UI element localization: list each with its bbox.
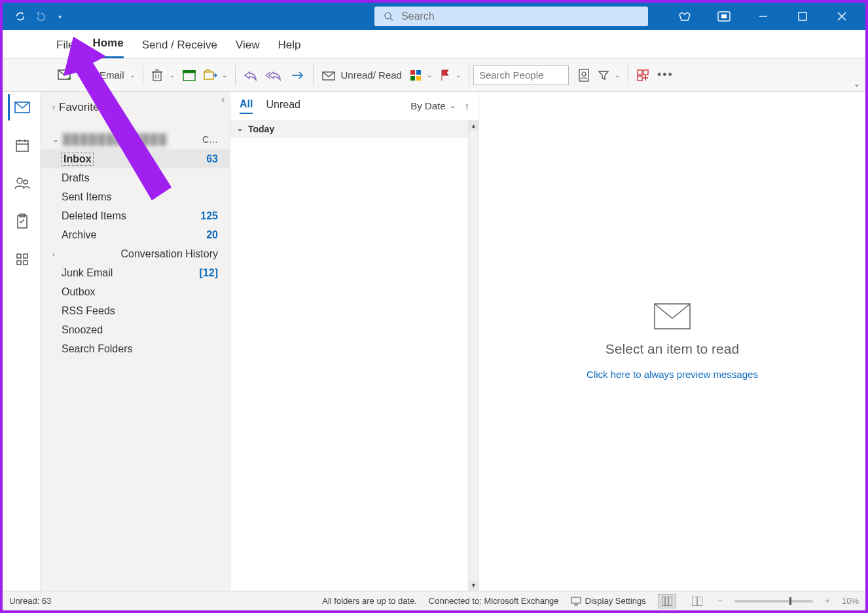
more-commands-button[interactable]: ••• xyxy=(653,64,678,87)
ribbon-collapse-icon[interactable]: ⌄ xyxy=(854,79,860,88)
folder-sent-items[interactable]: Sent Items xyxy=(41,187,230,206)
reply-button[interactable] xyxy=(240,64,262,87)
qat-dropdown-icon[interactable]: ▾ xyxy=(54,10,65,22)
svg-rect-22 xyxy=(416,76,421,81)
archive-button[interactable] xyxy=(179,64,200,87)
svg-point-35 xyxy=(17,178,22,183)
reply-all-button[interactable] xyxy=(262,64,287,87)
msglist-scrollbar[interactable]: ▲ ▼ xyxy=(468,121,479,591)
sync-icon[interactable] xyxy=(14,10,26,22)
new-email-button[interactable]: + Email ⌄ xyxy=(54,64,139,87)
zoom-level: 10% xyxy=(842,596,859,606)
folder-count: [12] xyxy=(200,267,218,279)
minimize-button[interactable] xyxy=(753,6,774,27)
msglist-group-today[interactable]: ⌄ Today xyxy=(230,121,479,138)
svg-rect-31 xyxy=(16,141,28,151)
global-search[interactable] xyxy=(374,7,648,26)
group-label: Today xyxy=(248,124,274,134)
addins-button[interactable] xyxy=(632,64,653,87)
favorites-label: Favorites xyxy=(59,101,105,114)
address-book-button[interactable] xyxy=(574,64,594,87)
reading-empty-headline: Select an item to read xyxy=(606,341,739,357)
tab-file[interactable]: File xyxy=(56,33,74,58)
scroll-down-icon[interactable]: ▼ xyxy=(469,580,479,591)
display-settings-button[interactable]: Display Settings xyxy=(571,596,646,606)
tab-help[interactable]: Help xyxy=(278,33,300,58)
svg-point-24 xyxy=(582,72,586,76)
search-people[interactable] xyxy=(473,65,569,85)
collapse-folder-pane-icon[interactable]: ‹ xyxy=(221,94,225,105)
rail-more[interactable] xyxy=(8,246,35,272)
rail-mail[interactable] xyxy=(8,94,35,121)
chevron-down-icon[interactable]: ⌄ xyxy=(450,102,456,110)
undo-icon[interactable] xyxy=(34,10,46,22)
svg-rect-3 xyxy=(721,14,727,18)
folder-label: Archive xyxy=(62,229,96,241)
svg-rect-5 xyxy=(799,12,806,20)
categorize-button[interactable]: ⌄ xyxy=(406,64,436,87)
favorites-header[interactable]: › Favorites xyxy=(41,92,230,118)
maximize-button[interactable] xyxy=(792,6,813,27)
rail-people[interactable] xyxy=(8,170,35,196)
flag-button[interactable]: ⌄ xyxy=(436,64,465,87)
svg-rect-21 xyxy=(410,76,415,81)
svg-rect-40 xyxy=(24,254,27,258)
folder-drafts[interactable]: Drafts xyxy=(41,168,230,187)
folder-label: Conversation History xyxy=(121,248,219,260)
tab-send-receive[interactable]: Send / Receive xyxy=(142,33,217,58)
msglist-tab-unread[interactable]: Unread xyxy=(266,99,300,113)
sort-direction-icon[interactable]: ↑ xyxy=(465,100,470,111)
svg-rect-25 xyxy=(638,70,642,75)
status-connection: Connected to: Microsoft Exchange xyxy=(429,596,559,606)
search-input[interactable] xyxy=(401,10,639,22)
premium-icon[interactable] xyxy=(674,6,695,27)
search-people-input[interactable] xyxy=(479,69,563,81)
svg-text:+: + xyxy=(67,74,71,81)
svg-rect-23 xyxy=(579,69,588,81)
account-suffix: C… xyxy=(202,134,218,145)
filter-button[interactable]: ⌄ xyxy=(594,64,624,87)
folder-deleted-items[interactable]: Deleted Items125 xyxy=(41,206,230,225)
close-button[interactable] xyxy=(831,6,852,27)
folder-archive[interactable]: Archive20 xyxy=(41,225,230,244)
coming-soon-icon[interactable] xyxy=(714,6,734,27)
reading-pane: Select an item to read Click here to alw… xyxy=(479,92,865,591)
scroll-up-icon[interactable]: ▲ xyxy=(469,121,479,131)
folder-label: Inbox xyxy=(62,153,94,166)
svg-rect-26 xyxy=(643,70,648,75)
folder-snoozed[interactable]: Snoozed xyxy=(41,320,230,339)
delete-button[interactable]: ⌄ xyxy=(147,64,179,87)
rail-tasks[interactable] xyxy=(8,208,35,234)
view-normal-button[interactable] xyxy=(658,594,676,608)
folder-outbox[interactable]: Outbox xyxy=(41,282,230,301)
unread-read-button[interactable]: Unread/ Read xyxy=(317,64,406,87)
rail-calendar[interactable] xyxy=(8,132,35,158)
msglist-tab-all[interactable]: All xyxy=(240,98,253,114)
ribbon: + Email ⌄ ⌄ ⌄ Unread/ Read ⌄ ⌄ ⌄ ••• ⌄ xyxy=(3,59,865,92)
status-unread: Unread: 63 xyxy=(9,596,51,606)
new-email-label: Email xyxy=(99,69,124,81)
folder-junk-email[interactable]: Junk Email[12] xyxy=(41,263,230,282)
folder-label: Sent Items xyxy=(62,191,111,203)
folder-pane: ‹ › Favorites ⌄ ████████████ C… Inbox63D… xyxy=(41,92,230,591)
view-reading-button[interactable] xyxy=(688,594,706,608)
folder-label: Junk Email xyxy=(62,267,113,279)
zoom-in-button[interactable]: + xyxy=(825,596,830,606)
folder-count: 20 xyxy=(206,229,218,241)
tab-home[interactable]: Home xyxy=(92,31,123,58)
tab-view[interactable]: View xyxy=(236,33,260,58)
svg-rect-42 xyxy=(24,261,27,265)
folder-conversation-history[interactable]: ›Conversation History xyxy=(41,244,230,263)
move-button[interactable]: ⌄ xyxy=(200,64,231,87)
zoom-out-button[interactable]: − xyxy=(718,596,723,606)
folder-search-folders[interactable]: Search Folders xyxy=(41,339,230,358)
sort-by-date[interactable]: By Date xyxy=(410,100,445,111)
account-header[interactable]: ⌄ ████████████ C… xyxy=(41,127,230,149)
folder-rss-feeds[interactable]: RSS Feeds xyxy=(41,301,230,320)
always-preview-link[interactable]: Click here to always preview messages xyxy=(587,369,758,380)
folder-inbox[interactable]: Inbox63 xyxy=(41,149,230,168)
forward-button[interactable] xyxy=(287,64,309,87)
status-sync: All folders are up to date. xyxy=(322,596,417,606)
folder-count: 125 xyxy=(200,210,218,222)
zoom-slider[interactable] xyxy=(734,600,813,603)
